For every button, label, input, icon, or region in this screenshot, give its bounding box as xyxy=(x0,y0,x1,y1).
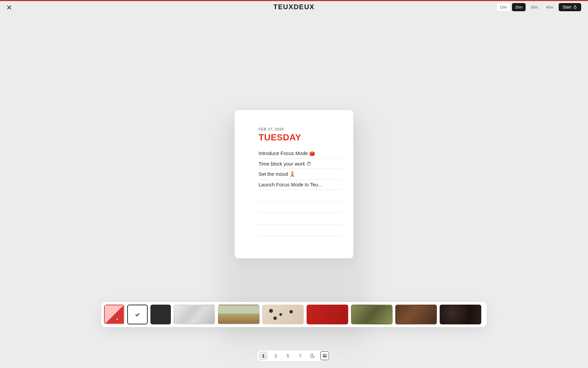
start-button[interactable]: Start xyxy=(559,3,581,11)
task-item[interactable]: Time block your work ⏱ xyxy=(259,159,341,169)
brand-wordmark: TEUXDEUX xyxy=(274,3,315,11)
task-item-empty[interactable] xyxy=(259,225,341,236)
start-label: Start xyxy=(563,5,571,10)
theme-tray xyxy=(101,302,487,327)
timer-group: 15m 25m 30m 45m Start xyxy=(497,3,581,11)
focus-card: FEB 27, 2024 TUESDAY Introduce Focus Mod… xyxy=(235,110,353,258)
theme-swatch-fabric[interactable] xyxy=(174,305,215,324)
task-item[interactable]: Introduce Focus Mode 🍅 xyxy=(259,148,341,159)
bottom-control-bar: 1 3 5 7 xyxy=(258,350,330,361)
timer-option-45m[interactable]: 45m xyxy=(543,3,556,11)
top-bar: TEUXDEUX 15m 25m 30m 45m Start xyxy=(0,1,588,15)
theme-swatch-earth[interactable] xyxy=(395,305,437,324)
check-icon xyxy=(128,305,147,324)
task-item-empty[interactable] xyxy=(259,213,341,225)
svg-point-7 xyxy=(324,355,325,356)
card-date: FEB 27, 2024 xyxy=(259,127,341,131)
image-icon xyxy=(323,353,327,358)
theme-swatch-horizon[interactable] xyxy=(218,305,260,324)
timer-option-15m[interactable]: 15m xyxy=(497,3,510,11)
close-button[interactable] xyxy=(7,5,13,11)
theme-swatch-black[interactable] xyxy=(150,305,171,324)
theme-swatch-white[interactable] xyxy=(127,305,148,324)
moon-icon xyxy=(310,353,315,358)
task-item[interactable]: Launch Focus Mode to Teu… xyxy=(259,180,341,190)
dark-mode-toggle[interactable] xyxy=(308,351,317,360)
theme-swatch-dark-organic[interactable] xyxy=(440,305,481,324)
task-list: Introduce Focus Mode 🍅 Time block your w… xyxy=(259,148,341,236)
theme-swatch-red-split[interactable] xyxy=(104,305,124,324)
task-item-empty[interactable] xyxy=(259,201,341,213)
theme-swatch-desk[interactable] xyxy=(262,305,304,324)
card-day: TUESDAY xyxy=(259,132,341,143)
stopwatch-icon xyxy=(573,5,577,9)
task-item[interactable]: Set the mood 🧘🏼 xyxy=(259,169,341,180)
timer-option-30m[interactable]: 30m xyxy=(528,3,541,11)
timer-option-25m[interactable]: 25m xyxy=(512,3,525,11)
pointer-cursor-icon xyxy=(114,317,120,323)
view-count-3[interactable]: 3 xyxy=(271,351,280,360)
view-count-7[interactable]: 7 xyxy=(296,351,305,360)
view-count-1[interactable]: 1 xyxy=(259,351,268,360)
theme-swatch-meadow[interactable] xyxy=(351,305,393,324)
task-item-empty[interactable] xyxy=(259,190,341,201)
background-picker-toggle[interactable] xyxy=(320,351,329,360)
close-icon xyxy=(7,5,12,10)
view-count-5[interactable]: 5 xyxy=(283,351,292,360)
theme-swatch-red[interactable] xyxy=(307,305,348,324)
